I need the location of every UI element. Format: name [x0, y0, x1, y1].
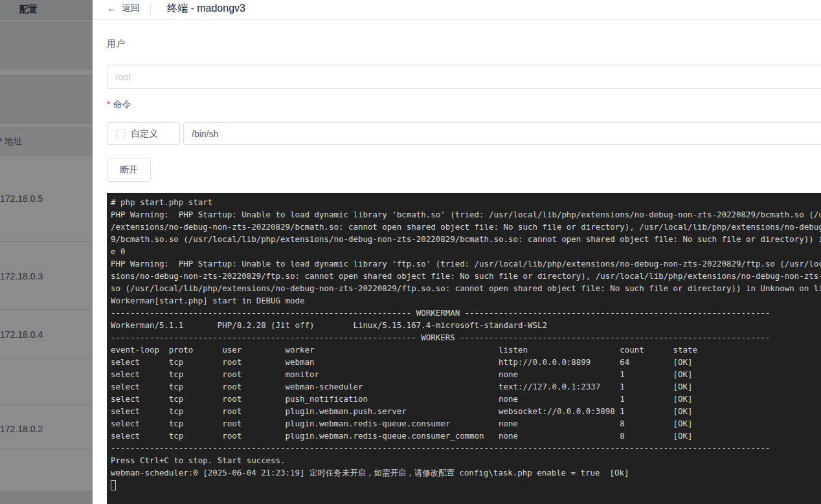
disconnect-button[interactable]: 断开 — [107, 159, 151, 182]
required-asterisk: * — [107, 99, 110, 109]
drawer-title: 终端 - madongv3 — [167, 2, 245, 16]
back-arrow-icon: ← — [107, 3, 117, 14]
checkbox-icon[interactable] — [116, 129, 125, 138]
back-button[interactable]: ← 返回 — [107, 3, 140, 14]
command-label-text: 命令 — [113, 99, 131, 109]
drawer-header: ← 返回 终端 - madongv3 — [93, 0, 821, 20]
back-button-label: 返回 — [122, 3, 140, 14]
terminal-cursor — [111, 480, 116, 490]
command-field-label: *命令 — [107, 99, 131, 111]
header-divider — [150, 5, 151, 15]
user-field-label: 用户 — [107, 38, 125, 50]
screen: 配置 IP 地址 172.18.0.5 172.18.0.3 172.18.0.… — [0, 0, 821, 504]
terminal-text: # php start.php start PHP Warning: PHP S… — [107, 193, 821, 479]
user-input[interactable] — [107, 65, 821, 89]
custom-checkbox-label: 自定义 — [131, 128, 158, 140]
terminal-output[interactable]: # php start.php start PHP Warning: PHP S… — [107, 193, 821, 504]
custom-command-checkbox[interactable]: 自定义 — [107, 122, 180, 145]
command-select[interactable] — [183, 122, 821, 145]
terminal-drawer: ← 返回 终端 - madongv3 用户 *命令 自定义 断开 # php s… — [93, 0, 821, 504]
